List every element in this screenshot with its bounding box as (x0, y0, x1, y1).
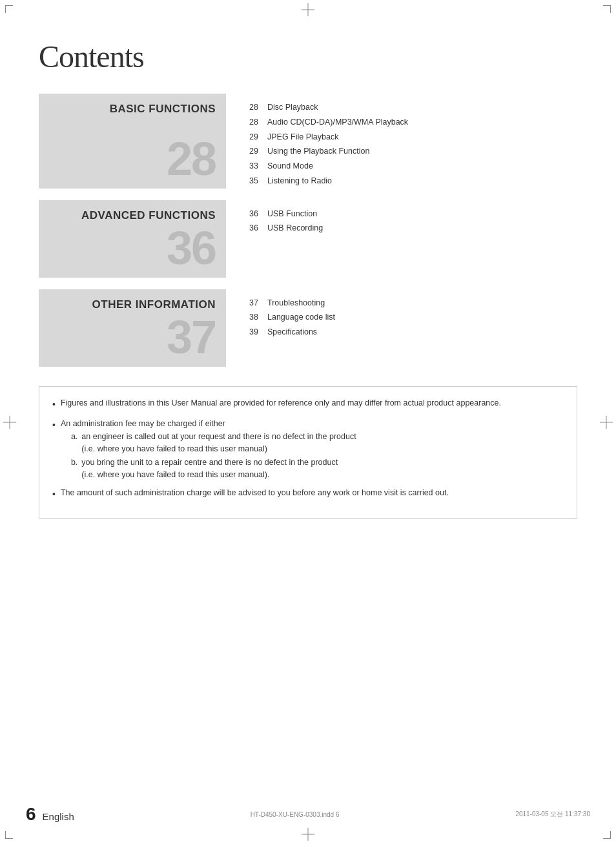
item-text: Disc Playback (265, 100, 577, 115)
item-text: Language code list (265, 310, 577, 325)
footer-file-info: HT-D450-XU-ENG-0303.indd 6 (251, 811, 340, 818)
section-row-basic: BASIC FUNCTIONS 28 28Disc Playback28Audi… (39, 94, 577, 189)
item-text: Using the Playback Function (265, 144, 577, 159)
footer-page-number: 6 (26, 804, 36, 825)
table-row: 28Disc Playback (245, 100, 577, 115)
section-title-basic: BASIC FUNCTIONS (49, 103, 216, 116)
sections-container: BASIC FUNCTIONS 28 28Disc Playback28Audi… (39, 94, 577, 367)
item-page-num: 35 (245, 174, 265, 189)
table-row: 36USB Function (245, 207, 577, 221)
section-table-basic: 28Disc Playback28Audio CD(CD-DA)/MP3/WMA… (245, 100, 577, 189)
table-row: 33Sound Mode (245, 159, 577, 174)
section-row-advanced: ADVANCED FUNCTIONS 36 36USB Function36US… (39, 200, 577, 278)
note-item-3: • The amount of such administration char… (52, 487, 564, 501)
section-items-basic: 28Disc Playback28Audio CD(CD-DA)/MP3/WMA… (226, 94, 577, 189)
note-sub-label-2b: b. (71, 457, 77, 469)
section-box-basic: BASIC FUNCTIONS 28 (39, 94, 226, 189)
note-content-3: The amount of such administration charge… (61, 487, 564, 499)
item-text: USB Function (265, 207, 577, 221)
item-text: Audio CD(CD-DA)/MP3/WMA Playback (265, 115, 577, 130)
table-row: 37Troubleshooting (245, 296, 577, 311)
item-text: Listening to Radio (265, 174, 577, 189)
item-text: Sound Mode (265, 159, 577, 174)
item-text: JPEG File Playback (265, 130, 577, 145)
section-row-other: OTHER INFORMATION 37 37Troubleshooting38… (39, 289, 577, 367)
section-number-other: 37 (49, 314, 216, 360)
table-row: 39Specifications (245, 325, 577, 340)
note-text-2: An administration fee may be charged if … (61, 419, 225, 428)
item-page-num: 36 (245, 221, 265, 236)
table-row: 29JPEG File Playback (245, 130, 577, 145)
corner-mark-br (603, 831, 611, 839)
item-page-num: 33 (245, 159, 265, 174)
page-title: Contents (39, 39, 577, 74)
page-footer: 6 English HT-D450-XU-ENG-0303.indd 6 201… (0, 804, 616, 825)
note-sub-content-2a: an engineer is called out at your reques… (81, 431, 564, 455)
section-title-other: OTHER INFORMATION (49, 298, 216, 311)
note-item-2: • An administration fee may be charged i… (52, 418, 564, 481)
note-sub-content-2b: you bring the unit to a repair centre an… (81, 457, 564, 481)
item-page-num: 37 (245, 296, 265, 311)
note-item-1: • Figures and illustrations in this User… (52, 397, 564, 411)
footer-language: English (43, 811, 74, 822)
item-page-num: 28 (245, 100, 265, 115)
crosshair-bottom (302, 828, 314, 841)
item-text: Specifications (265, 325, 577, 340)
note-bullet-2: • (52, 418, 56, 432)
note-bullet-1: • (52, 398, 56, 411)
corner-mark-bl (5, 831, 13, 839)
item-page-num: 29 (245, 144, 265, 159)
table-row: 38Language code list (245, 310, 577, 325)
note-sub-label-2a: a. (71, 431, 77, 443)
footer-left: 6 English (26, 804, 74, 825)
item-text: USB Recording (265, 221, 577, 236)
table-row: 29Using the Playback Function (245, 144, 577, 159)
section-table-other: 37Troubleshooting38Language code list39S… (245, 296, 577, 340)
page-content: Contents BASIC FUNCTIONS 28 28Disc Playb… (0, 0, 616, 557)
note-content-1: Figures and illustrations in this User M… (61, 397, 564, 409)
notes-box: • Figures and illustrations in this User… (39, 386, 577, 519)
table-row: 35Listening to Radio (245, 174, 577, 189)
section-number-advanced: 36 (49, 225, 216, 271)
section-title-advanced: ADVANCED FUNCTIONS (49, 209, 216, 222)
table-row: 36USB Recording (245, 221, 577, 236)
footer-date: 2011-03-05 오전 11:37:30 (515, 810, 590, 819)
item-page-num: 39 (245, 325, 265, 340)
section-box-other: OTHER INFORMATION 37 (39, 289, 226, 367)
note-content-2: An administration fee may be charged if … (61, 418, 564, 481)
note-bullet-3: • (52, 488, 56, 501)
section-items-advanced: 36USB Function36USB Recording (226, 200, 577, 278)
item-page-num: 28 (245, 115, 265, 130)
section-table-advanced: 36USB Function36USB Recording (245, 207, 577, 236)
section-number-basic: 28 (49, 136, 216, 182)
note-sub-item-2a: a. an engineer is called out at your req… (61, 431, 564, 455)
item-page-num: 36 (245, 207, 265, 221)
table-row: 28Audio CD(CD-DA)/MP3/WMA Playback (245, 115, 577, 130)
section-box-advanced: ADVANCED FUNCTIONS 36 (39, 200, 226, 278)
section-items-other: 37Troubleshooting38Language code list39S… (226, 289, 577, 367)
item-page-num: 38 (245, 310, 265, 325)
item-page-num: 29 (245, 130, 265, 145)
note-sub-item-2b: b. you bring the unit to a repair centre… (61, 457, 564, 481)
item-text: Troubleshooting (265, 296, 577, 311)
